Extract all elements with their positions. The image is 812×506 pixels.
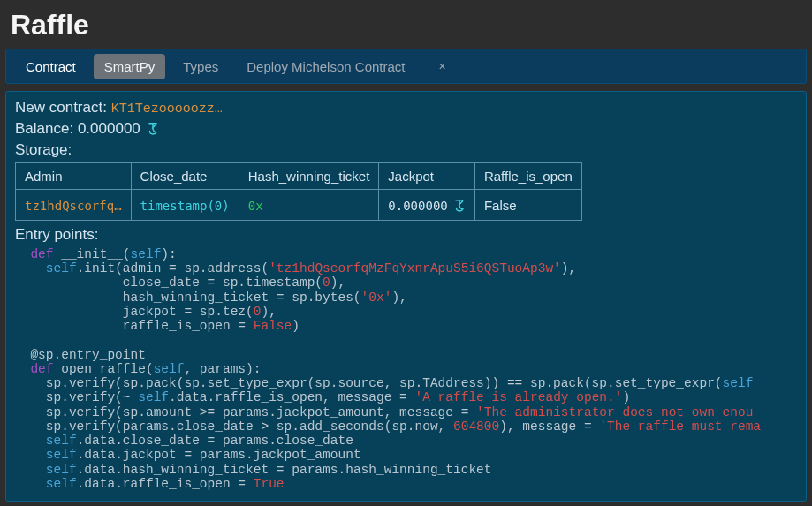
storage-table: Admin Close_date Hash_winning_ticket Jac… xyxy=(15,162,582,221)
tab-deploy[interactable]: Deploy Michelson Contract xyxy=(236,54,415,79)
val-admin: tz1hdQscorfq… xyxy=(25,199,122,213)
table-row: tz1hdQscorfq… timestamp(0) 0x 0.000000 F… xyxy=(16,190,582,221)
code-seconds: 604800 xyxy=(453,419,499,434)
val-open: False xyxy=(484,198,517,213)
val-jackpot: 0.000000 xyxy=(388,199,447,213)
table-row: Admin Close_date Hash_winning_ticket Jac… xyxy=(16,163,582,190)
code-admin-addr: 'tz1hdQscorfqMzFqYxnrApuS5i6QSTuoAp3w' xyxy=(269,261,561,276)
balance-line: Balance: 0.000000 xyxy=(15,120,797,138)
val-hash: 0x xyxy=(248,199,263,213)
val-close-date: timestamp(0) xyxy=(140,199,230,213)
entry-points-label: Entry points: xyxy=(15,226,797,244)
code-msg-remain: 'The raffle must rema xyxy=(599,419,761,434)
close-icon[interactable]: × xyxy=(439,59,446,73)
code-msg-open: 'A raffle is already open.' xyxy=(415,390,623,404)
page-title: Raffle xyxy=(0,0,812,49)
col-close-date: Close_date xyxy=(131,163,239,190)
tab-smartpy[interactable]: SmartPy xyxy=(94,54,166,79)
col-raffle-open: Raffle_is_open xyxy=(474,163,581,190)
content-scroll[interactable]: New contract: KT1Tezooooozz… Balance: 0.… xyxy=(15,99,797,492)
balance-value: 0.000000 xyxy=(78,120,140,137)
new-contract-label: New contract: xyxy=(15,99,111,116)
tez-icon xyxy=(147,120,159,136)
tab-types[interactable]: Types xyxy=(172,54,229,79)
tez-icon xyxy=(453,197,466,213)
storage-label: Storage: xyxy=(15,141,797,159)
content-panel: New contract: KT1Tezooooozz… Balance: 0.… xyxy=(5,91,807,502)
col-jackpot: Jackpot xyxy=(379,163,475,190)
balance-label: Balance: xyxy=(15,120,78,137)
code-block: def __init__(self): self.init(admin = sp… xyxy=(15,247,797,491)
contract-address: KT1Tezooooozz… xyxy=(111,102,223,117)
tab-bar: Contract SmartPy Types Deploy Michelson … xyxy=(5,49,807,84)
tab-contract[interactable]: Contract xyxy=(15,54,87,79)
col-hash: Hash_winning_ticket xyxy=(239,163,379,190)
new-contract-line: New contract: KT1Tezooooozz… xyxy=(15,99,797,117)
col-admin: Admin xyxy=(16,163,132,190)
code-msg-admin: 'The administrator does not own enou xyxy=(476,405,753,419)
